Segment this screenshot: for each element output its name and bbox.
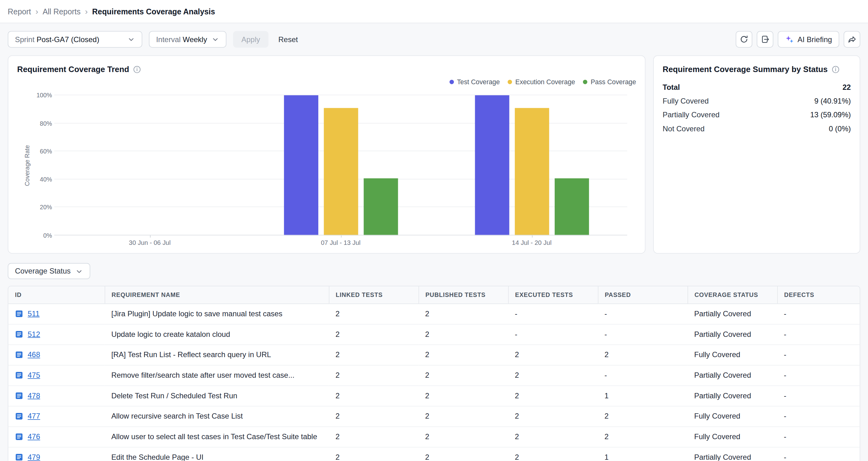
legend-dot: [449, 80, 454, 84]
breadcrumb-report[interactable]: Report: [8, 7, 31, 16]
gridline: [54, 95, 627, 95]
table-row: 478Delete Test Run / Scheduled Test Run2…: [8, 386, 860, 406]
summary-row: Fully Covered9 (40.91%): [662, 94, 851, 108]
cell-linked-tests: 2: [329, 344, 419, 365]
requirement-icon: [15, 330, 23, 338]
sprint-label: Sprint: [15, 35, 35, 44]
requirement-icon: [15, 371, 23, 379]
legend-item[interactable]: Test Coverage: [449, 78, 500, 86]
y-tick-label: 100%: [36, 92, 52, 98]
cell-executed-tests: 2: [508, 386, 598, 406]
toolbar-actions: AI Briefing: [736, 31, 860, 48]
table-row: 512Update logic to create katalon cloud2…: [8, 324, 860, 345]
coverage-trend-card: Requirement Coverage Trend Test Coverage…: [8, 56, 645, 254]
chevron-right-icon: ›: [85, 7, 88, 16]
coverage-status-filter[interactable]: Coverage Status: [8, 263, 90, 279]
requirement-id-link[interactable]: 477: [28, 412, 40, 421]
coverage-summary-card: Requirement Coverage Summary by Status T…: [653, 56, 860, 254]
requirement-id-link[interactable]: 475: [28, 371, 40, 379]
cell-name: Edit the Schedule Page - UI: [105, 447, 329, 461]
chevron-down-icon: [127, 36, 135, 43]
cell-name: Remove filter/search state after user mo…: [105, 365, 329, 386]
summary-label: Fully Covered: [662, 97, 709, 105]
cell-published-tests: 2: [418, 447, 508, 461]
sprint-select[interactable]: Sprint Post-GA7 (Closed): [8, 31, 142, 48]
bar-pass-coverage: [554, 178, 589, 236]
x-tick-mark: [532, 236, 532, 238]
requirement-id-link[interactable]: 478: [28, 392, 40, 400]
refresh-button[interactable]: [736, 31, 752, 48]
summary-rows: Total22Fully Covered9 (40.91%)Partially …: [662, 80, 851, 136]
x-tick-mark: [150, 236, 150, 238]
apply-button[interactable]: Apply: [233, 31, 269, 48]
column-header: LINKED TESTS: [329, 286, 419, 304]
x-tick-label: 14 Jul - 20 Jul: [512, 239, 552, 246]
ai-briefing-label: AI Briefing: [798, 35, 832, 44]
requirement-id-link[interactable]: 476: [28, 433, 40, 441]
cell-coverage-status: Fully Covered: [687, 344, 777, 365]
share-button[interactable]: [844, 31, 860, 48]
legend-item[interactable]: Execution Coverage: [507, 78, 575, 86]
requirement-id-link[interactable]: 468: [28, 350, 40, 359]
requirement-id-link[interactable]: 511: [28, 310, 40, 318]
cell-id: 512: [8, 324, 105, 345]
table-toolbar: Coverage Status: [0, 253, 868, 286]
table-body: 511[Jira Plugin] Update logic to save ma…: [8, 304, 860, 461]
column-header: COVERAGE STATUS: [687, 286, 777, 304]
legend-label: Pass Coverage: [590, 78, 636, 86]
requirement-icon: [15, 310, 23, 318]
cell-executed-tests: 2: [508, 344, 598, 365]
interval-select[interactable]: Interval Weekly: [149, 31, 227, 48]
info-icon[interactable]: [133, 65, 142, 73]
cell-id: 511: [8, 304, 105, 324]
filter-bar: Sprint Post-GA7 (Closed) Interval Weekly…: [0, 23, 868, 56]
cell-id: 478: [8, 386, 105, 406]
cards-row: Requirement Coverage Trend Test Coverage…: [0, 56, 868, 254]
cell-defects: -: [777, 447, 860, 461]
cell-executed-tests: 2: [508, 447, 598, 461]
bar-execution-coverage: [323, 108, 358, 235]
reset-button[interactable]: Reset: [275, 35, 301, 44]
legend-item[interactable]: Pass Coverage: [583, 78, 637, 86]
interval-value: Weekly: [183, 35, 207, 44]
export-button[interactable]: [757, 31, 773, 48]
requirement-icon: [15, 350, 23, 359]
summary-value: 22: [842, 83, 851, 91]
chevron-down-icon: [211, 36, 219, 43]
summary-value: 13 (59.09%): [810, 111, 851, 119]
requirement-icon: [15, 433, 23, 441]
column-header: REQUIREMENT NAME: [105, 286, 329, 304]
cell-passed: -: [598, 365, 688, 386]
cell-executed-tests: 2: [508, 406, 598, 426]
breadcrumb-all-reports[interactable]: All Reports: [43, 7, 81, 16]
requirement-id-link[interactable]: 512: [28, 330, 40, 338]
summary-row: Not Covered0 (0%): [662, 122, 851, 136]
legend-dot: [583, 80, 587, 84]
ai-briefing-button[interactable]: AI Briefing: [778, 31, 839, 48]
cell-coverage-status: Partially Covered: [687, 324, 777, 345]
cell-published-tests: 2: [418, 304, 508, 324]
cell-coverage-status: Fully Covered: [687, 426, 777, 447]
sparkle-icon: [785, 35, 794, 44]
cell-linked-tests: 2: [329, 324, 419, 345]
cell-executed-tests: -: [508, 304, 598, 324]
table-row: 479Edit the Schedule Page - UI2221Partia…: [8, 447, 860, 461]
y-tick-label: 0%: [43, 232, 52, 239]
chart-title: Requirement Coverage Trend: [17, 65, 129, 73]
cell-coverage-status: Partially Covered: [687, 386, 777, 406]
cell-defects: -: [777, 426, 860, 447]
x-tick-mark: [341, 236, 341, 238]
cell-id: 476: [8, 426, 105, 447]
table-header-row: IDREQUIREMENT NAMELINKED TESTSPUBLISHED …: [8, 286, 860, 304]
cell-passed: -: [598, 324, 688, 345]
cell-name: Allow user to select all test cases in T…: [105, 426, 329, 447]
summary-label: Total: [662, 83, 680, 91]
y-axis-ticks: 0%20%40%60%80%100%: [8, 95, 52, 235]
requirement-id-link[interactable]: 479: [28, 453, 40, 461]
info-icon[interactable]: [832, 65, 840, 73]
table-row: 476Allow user to select all test cases i…: [8, 426, 860, 447]
cell-coverage-status: Partially Covered: [687, 304, 777, 324]
cell-passed: 2: [598, 344, 688, 365]
x-tick-label: 30 Jun - 06 Jul: [129, 239, 170, 246]
cell-passed: 1: [598, 447, 688, 461]
